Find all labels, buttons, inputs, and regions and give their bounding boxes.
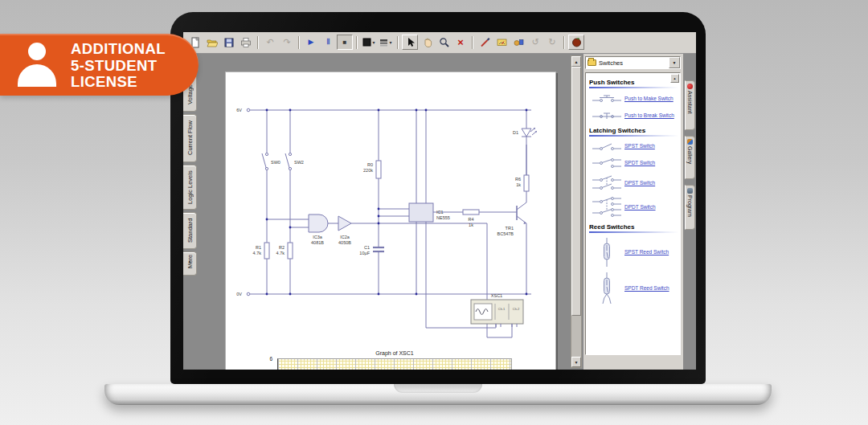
style-dropdown-button[interactable]: ▾ <box>361 35 377 50</box>
push-to-make-switch-icon <box>589 94 624 104</box>
badge-line-3: LICENSE <box>71 74 166 91</box>
library-category-combobox[interactable]: Switches ▼ <box>585 56 681 69</box>
rotate-left-button[interactable]: ↺ <box>527 35 543 50</box>
list-item[interactable]: SPDT Switch <box>589 154 678 172</box>
svg-text:D1: D1 <box>513 130 518 135</box>
oscilloscope-xsc1[interactable] <box>471 300 523 327</box>
switch-sw0[interactable] <box>265 153 268 170</box>
pan-tool-button[interactable] <box>419 35 435 50</box>
switch-sw2[interactable] <box>289 153 291 170</box>
save-button[interactable] <box>221 35 237 50</box>
laptop-base <box>104 384 772 405</box>
resistor-r1[interactable] <box>264 243 269 259</box>
tab-assistant[interactable]: Assistant <box>685 80 695 130</box>
list-item[interactable]: DPDT Switch <box>589 194 678 220</box>
list-item[interactable]: SPDT Reed Switch <box>589 270 678 307</box>
graph-panel: Graph of XSC1 Voltage (V) 6 3 <box>226 349 557 370</box>
svg-text:4050B: 4050B <box>338 240 351 245</box>
svg-text:10µF: 10µF <box>359 251 370 255</box>
svg-text:IC3a: IC3a <box>313 235 323 239</box>
view-style-tabs: Voltage Levels Current Flow Logic Levels… <box>183 59 198 276</box>
stop-simulation-button[interactable]: ■ <box>337 35 353 50</box>
led-d1[interactable] <box>522 110 537 137</box>
tab-logic-levels[interactable]: Logic Levels <box>183 165 197 210</box>
capacitor-c1[interactable] <box>373 247 384 251</box>
spdt-switch-icon <box>589 157 624 170</box>
spdt-reed-switch-icon <box>589 272 624 305</box>
probe-tool-button[interactable] <box>477 35 493 50</box>
circuit-canvas[interactable]: 6V 0V SW0 SW2 R1 4.7k R2 4.7k R0 220k IC… <box>225 72 556 370</box>
component-list: ▲ Push Switches Push to Make Switch Pus <box>585 72 681 355</box>
delete-tool-button[interactable]: × <box>452 35 469 50</box>
open-file-button[interactable] <box>204 35 220 50</box>
undo-button[interactable]: ↶ <box>262 35 278 50</box>
layer-dropdown-button[interactable]: ▾ <box>378 35 394 50</box>
run-simulation-button[interactable]: ▶ <box>303 35 319 50</box>
toolbar-separator <box>298 36 300 49</box>
buffer-ic2a[interactable] <box>338 216 351 231</box>
pcb-view-button[interactable] <box>568 35 584 50</box>
list-item[interactable]: SPST Reed Switch <box>589 235 678 269</box>
list-item[interactable]: Push to Break Switch <box>589 108 678 124</box>
push-to-break-switch-icon <box>589 111 624 121</box>
timer-ic1-ne555[interactable] <box>409 203 433 222</box>
list-scroll-up-button[interactable]: ▲ <box>670 74 679 83</box>
canvas-vertical-scrollbar[interactable]: ▲ ▼ <box>571 55 582 368</box>
component-tool-button[interactable] <box>510 35 526 50</box>
resistor-r6[interactable] <box>524 175 529 191</box>
list-item[interactable]: SPST Switch <box>589 139 678 153</box>
transistor-tr1[interactable] <box>517 202 526 224</box>
redo-button[interactable]: ↷ <box>279 35 295 50</box>
resistor-r0[interactable] <box>376 161 381 178</box>
svg-text:220k: 220k <box>363 168 373 173</box>
tab-gallery[interactable]: Gallery <box>685 136 695 179</box>
scrollbar-thumb[interactable] <box>571 67 581 316</box>
list-item[interactable]: Push to Make Switch <box>589 91 678 107</box>
label-rail-bottom: 0V <box>236 292 242 296</box>
svg-text:IC1: IC1 <box>436 210 444 215</box>
badge-line-2: 5-STUDENT <box>71 58 166 75</box>
svg-text:R0: R0 <box>367 162 373 167</box>
print-button[interactable] <box>238 35 254 50</box>
svg-text:Ch.2: Ch.2 <box>513 307 520 311</box>
spst-switch-icon <box>589 141 624 151</box>
svg-text:R1: R1 <box>256 245 261 250</box>
pause-simulation-button[interactable]: Ⅱ <box>320 35 336 50</box>
badge-line-1: ADDITIONAL <box>71 41 166 58</box>
toolbar-separator <box>563 36 565 49</box>
svg-text:R6: R6 <box>515 177 521 182</box>
svg-text:Ch.1: Ch.1 <box>498 307 506 311</box>
svg-text:4.7k: 4.7k <box>253 251 262 255</box>
toolbar-separator <box>356 36 358 49</box>
tab-more[interactable]: More▾ <box>183 251 197 276</box>
resistor-r2[interactable] <box>288 243 293 259</box>
dpdt-switch-icon <box>589 196 624 219</box>
tab-program[interactable]: Program <box>685 185 695 230</box>
graph-y-axis-label: Voltage (V) <box>248 360 254 370</box>
toolbar: ↶ ↷ ▶ Ⅱ ■ ▾ ▾ × <box>183 32 696 54</box>
rotate-right-button[interactable]: ↻ <box>544 35 560 50</box>
pointer-tool-button[interactable] <box>402 35 418 50</box>
library-category-value: Switches <box>599 59 669 67</box>
zoom-tool-button[interactable] <box>436 35 452 50</box>
toolbar-separator <box>472 36 473 49</box>
tab-current-flow[interactable]: Current Flow <box>183 114 197 162</box>
app-window: ↶ ↷ ▶ Ⅱ ■ ▾ ▾ × <box>183 32 696 370</box>
meter-tool-button[interactable] <box>493 35 510 50</box>
section-heading: Push Switches <box>589 79 678 86</box>
resistor-r4[interactable] <box>463 210 479 215</box>
svg-text:TR1: TR1 <box>506 226 514 231</box>
spst-reed-switch-icon <box>589 237 624 268</box>
list-item[interactable]: DPST Switch <box>589 173 678 194</box>
svg-text:C1: C1 <box>364 245 370 250</box>
svg-text:BC547B: BC547B <box>497 231 514 236</box>
circuit-schematic: 6V 0V SW0 SW2 R1 4.7k R2 4.7k R0 220k IC… <box>226 72 557 350</box>
section-heading: Latching Switches <box>589 127 678 134</box>
svg-text:NE555: NE555 <box>436 215 450 220</box>
scrollbar-down-button[interactable]: ▼ <box>571 357 581 367</box>
and-gate-ic3a[interactable] <box>309 215 328 232</box>
tab-standard[interactable]: Standard <box>183 212 197 249</box>
toolbar-separator <box>257 36 259 49</box>
scrollbar-up-button[interactable]: ▲ <box>571 56 581 67</box>
combobox-dropdown-button[interactable]: ▼ <box>669 57 680 68</box>
